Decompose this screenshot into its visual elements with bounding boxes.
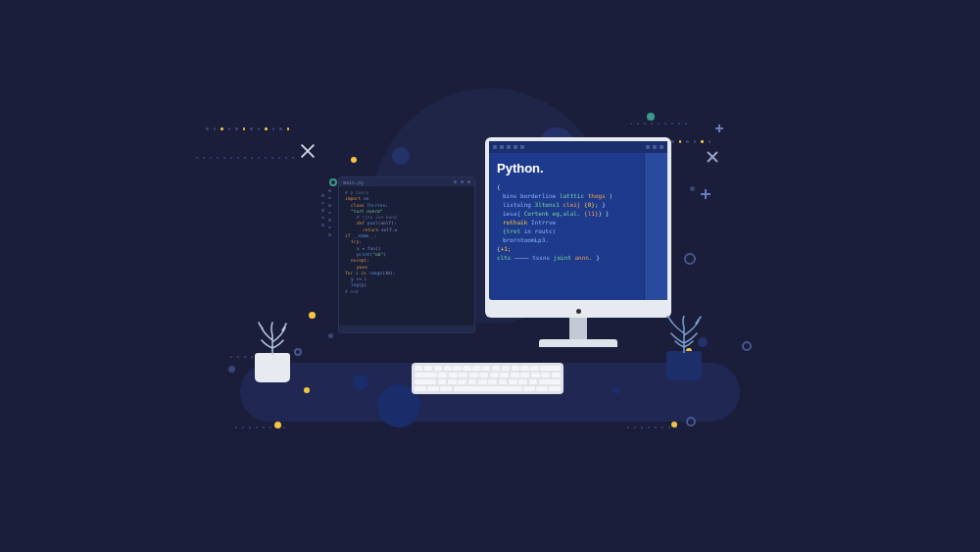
dots-strip [328, 189, 331, 236]
pot [666, 351, 702, 380]
plant-left [255, 353, 290, 382]
dots-strip [206, 127, 289, 130]
desk-dot [353, 375, 368, 390]
bg-dot [671, 422, 677, 427]
monitor-code: Python. {bins borderline latttic thogs )… [489, 153, 644, 300]
monitor-bezel: Python. {bins borderline latttic thogs )… [485, 137, 671, 304]
dots-strip [627, 427, 677, 428]
bg-dot [647, 113, 655, 121]
code-window-body: # p tosrsimport osclass Thrrtns:"turt ov… [339, 186, 474, 324]
dots-strip [196, 157, 294, 159]
monitor-chin [485, 304, 671, 318]
dots-strip [321, 194, 324, 226]
desk-dot [304, 387, 310, 393]
pot [255, 353, 290, 382]
bg-dot [309, 312, 316, 319]
monitor-base [539, 339, 617, 347]
keyboard [412, 363, 564, 394]
plant-leaves-icon [253, 321, 292, 355]
ring-icon [294, 348, 302, 356]
monitor-title: Python. [497, 159, 636, 178]
plant-right [666, 351, 702, 380]
desk-dot [612, 386, 620, 394]
monitor-screen: Python. {bins borderline latttic thogs )… [489, 141, 667, 300]
ring-icon [329, 178, 337, 186]
ring-icon [684, 253, 696, 265]
bg-dot [351, 157, 357, 163]
bg-dot [228, 366, 235, 373]
monitor-neck [569, 318, 587, 339]
ring-icon [686, 417, 696, 427]
x-icon [299, 142, 317, 160]
monitor: Python. {bins borderline latttic thogs )… [485, 137, 671, 347]
code-window-titlebar: main.py [339, 177, 474, 186]
code-window-status [339, 326, 474, 332]
plus-icon [701, 189, 710, 199]
code-window-tab: main.py [343, 179, 364, 185]
bg-dot [274, 422, 281, 428]
x-icon [706, 150, 719, 164]
bg-dot [690, 186, 695, 191]
monitor-titlebar [489, 141, 667, 153]
monitor-sidebar [644, 153, 667, 300]
plus-icon [715, 125, 723, 132]
plant-leaves-icon [662, 316, 707, 353]
code-window: main.py # p tosrsimport osclass Thrrtns:… [338, 176, 475, 333]
bg-dot [328, 333, 333, 338]
ring-icon [742, 341, 752, 351]
dots-strip [630, 123, 687, 125]
bg-dot [392, 147, 410, 165]
monitor-button [576, 309, 581, 314]
